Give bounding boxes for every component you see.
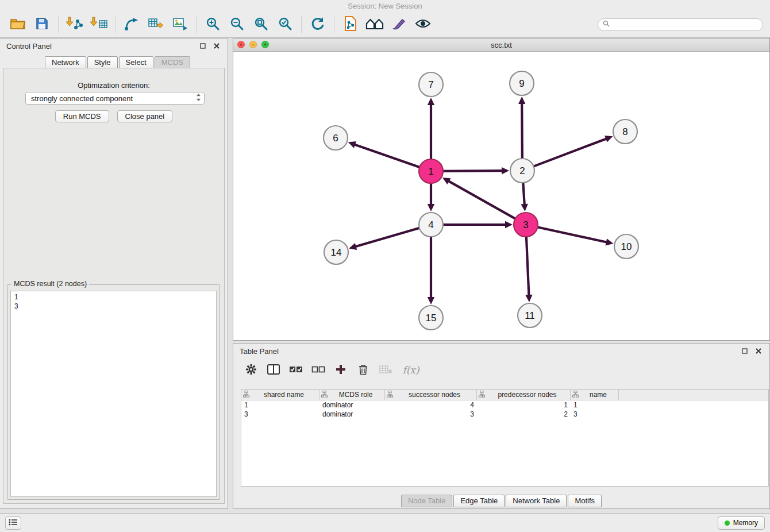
memory-button[interactable]: Memory [718, 516, 765, 530]
graph-node-9[interactable]: 9 [510, 71, 534, 95]
column-header-name[interactable]: name [571, 390, 619, 400]
float-table-panel-button[interactable] [740, 346, 749, 356]
apply-style-button[interactable] [387, 14, 411, 36]
tab-style[interactable]: Style [87, 56, 118, 69]
tab-network-table[interactable]: Network Table [506, 495, 567, 507]
titlebar: Session: New Session [0, 0, 770, 11]
graph-node-15[interactable]: 15 [419, 306, 443, 330]
memory-status-icon [725, 521, 730, 526]
tab-network[interactable]: Network [45, 56, 86, 69]
close-panel-button[interactable] [212, 41, 221, 51]
save-session-button[interactable] [30, 14, 54, 36]
graph-node-label: 6 [333, 133, 338, 144]
table-settings-button[interactable] [244, 362, 259, 378]
graph-edge-arrowhead [606, 238, 614, 245]
show-columns-button[interactable] [266, 362, 281, 378]
deselect-all-columns-button[interactable] [311, 362, 326, 378]
plus-icon [336, 364, 346, 376]
column-header-predecessor-nodes[interactable]: predecessor nodes [477, 390, 571, 400]
graph-node-7[interactable]: 7 [419, 72, 443, 97]
tab-node-table[interactable]: Node Table [401, 495, 453, 507]
zoom-out-button[interactable] [225, 14, 249, 36]
window-title: Session: New Session [348, 2, 422, 10]
task-history-button[interactable] [5, 516, 21, 530]
close-table-panel-button[interactable] [754, 346, 763, 356]
select-all-columns-button[interactable] [288, 362, 303, 378]
select-arrows-icon [196, 93, 201, 103]
tab-mcds[interactable]: MCDS [155, 56, 190, 69]
graph-edge-4-14[interactable] [355, 228, 421, 247]
network-canvas[interactable]: 7968124314101511 [233, 52, 769, 340]
graph-edge-2-8[interactable] [532, 138, 607, 167]
column-header-successor-nodes[interactable]: successor nodes [385, 390, 477, 400]
toolbar-separator [301, 16, 302, 33]
network-window: × − + scc.txt 7968124314101511 [233, 38, 770, 341]
graph-edge-3-11[interactable] [526, 235, 529, 296]
optimization-criterion-select[interactable]: strongly connected component [25, 92, 205, 105]
graph-edge-2-9[interactable] [522, 102, 522, 160]
graph-edge-3-10[interactable] [536, 227, 608, 242]
table-toolbar: f(x) [233, 358, 769, 381]
graph-node-label: 7 [428, 79, 433, 90]
table-panel-header: Table Panel [233, 344, 769, 358]
run-mcds-button[interactable]: Run MCDS [55, 110, 109, 122]
close-window-button[interactable]: × [237, 41, 245, 48]
column-header-shared-name[interactable]: shared name [241, 390, 319, 400]
close-panel-button-mcds[interactable]: Close panel [117, 110, 173, 122]
refresh-button[interactable] [306, 14, 330, 36]
selected-option-label: strongly connected component [31, 94, 196, 103]
table-row[interactable]: 1dominator411 [241, 400, 768, 410]
status-bar: Memory [0, 513, 770, 532]
graph-node-4[interactable]: 4 [419, 213, 443, 237]
table-row[interactable]: 3dominator323 [241, 410, 768, 419]
zoom-in-button[interactable] [201, 14, 225, 36]
zoom-selected-button[interactable] [273, 14, 297, 36]
graph-edge-1-6[interactable] [353, 144, 421, 168]
graph-edge-1-2[interactable] [441, 171, 503, 171]
graph-edge-2-3[interactable] [523, 181, 525, 206]
tab-edge-table[interactable]: Edge Table [453, 495, 505, 507]
graph-node-10[interactable]: 10 [614, 234, 638, 259]
network-window-titlebar[interactable]: × − + scc.txt [233, 38, 769, 52]
mcds-result-text[interactable]: 1 3 [10, 291, 217, 497]
delete-table-button [378, 362, 393, 378]
graph-node-8[interactable]: 8 [613, 119, 637, 144]
toolbar-separator [115, 16, 116, 33]
graph-node-label: 11 [525, 310, 535, 321]
graph-edge-3-1[interactable] [448, 180, 517, 219]
maximize-window-button[interactable]: + [261, 41, 269, 48]
paintbrush-icon [392, 17, 406, 32]
new-network-from-selection-button[interactable] [338, 14, 363, 36]
graph-edge-arrowhead [502, 167, 509, 174]
show-graphics-details-button[interactable] [411, 14, 435, 36]
delete-column-button[interactable] [356, 362, 371, 378]
new-network-button[interactable] [120, 14, 144, 36]
export-image-button[interactable] [168, 14, 192, 36]
column-header-mcds-role[interactable]: MCDS role [319, 390, 385, 400]
create-column-button[interactable] [333, 362, 348, 378]
minimize-window-button[interactable]: − [249, 41, 257, 48]
first-neighbors-button[interactable] [363, 14, 387, 36]
graph-edge-arrowhead [349, 243, 357, 250]
import-network-button[interactable] [63, 14, 87, 36]
graph-node-3[interactable]: 3 [514, 213, 538, 237]
import-table-button[interactable] [87, 14, 111, 36]
search-input[interactable] [613, 20, 758, 29]
graph-node-2[interactable]: 2 [510, 159, 534, 183]
float-panel-button[interactable] [198, 41, 207, 51]
graph-node-14[interactable]: 14 [324, 240, 348, 264]
tab-motifs[interactable]: Motifs [568, 495, 602, 507]
export-table-button[interactable] [144, 14, 168, 36]
toolbar-separator [334, 16, 334, 33]
graph-node-label: 8 [622, 126, 627, 137]
open-session-button[interactable] [6, 14, 30, 36]
zoom-fit-button[interactable] [249, 14, 273, 36]
node-table: shared nameMCDS rolesuccessor nodesprede… [241, 389, 769, 487]
tab-select[interactable]: Select [119, 56, 153, 69]
graph-node-1[interactable]: 1 [419, 159, 443, 183]
control-panel-tabs: NetworkStyleSelectMCDS [45, 56, 190, 69]
graph-node-11[interactable]: 11 [518, 303, 542, 327]
graph-node-label: 2 [519, 165, 525, 176]
graph-node-6[interactable]: 6 [324, 126, 348, 150]
table-header-row: shared nameMCDS rolesuccessor nodesprede… [241, 390, 768, 400]
